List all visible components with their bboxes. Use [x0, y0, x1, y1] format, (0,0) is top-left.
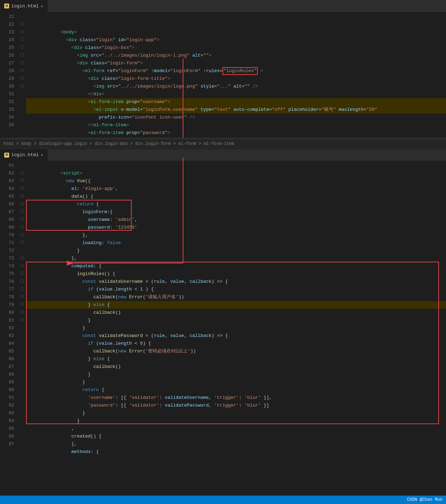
- code-line-95: created() {: [26, 425, 446, 433]
- status-bar-right: CSDN @Chen Mon: [407, 497, 442, 502]
- bottom-editor-pane: 61 62 63 64 65 66 67 68 69 70 71 72 73 7…: [0, 161, 446, 504]
- code-line-89: return {: [26, 378, 446, 386]
- bottom-code-area: 61 62 63 64 65 66 67 68 69 70 71 72 73 7…: [0, 161, 446, 448]
- breadcrumb: html > body > div#login-app.login > div.…: [4, 141, 234, 146]
- top-code-area: 21 22 23 24 25 26 27 28 29 30 31 32 33 3…: [0, 12, 446, 129]
- top-gutter: [18, 12, 26, 129]
- code-line-61: <script>: [26, 162, 446, 170]
- bottom-code-lines: <script> new Vue({ el: '#login-app', dat…: [26, 161, 446, 448]
- bottom-tab-icon: H: [4, 153, 9, 158]
- tab-icon: H: [4, 4, 9, 8]
- bottom-tab-close[interactable]: ✕: [41, 153, 43, 157]
- status-bar: CSDN @Chen Mon: [0, 496, 446, 504]
- top-tab[interactable]: H login.html ✕: [0, 0, 48, 12]
- top-tab-label: login.html: [11, 4, 39, 9]
- code-line-23: <div class="login" id="login-app">: [26, 28, 446, 36]
- code-line-22: <body>: [26, 21, 446, 28]
- code-line-62: new Vue({: [26, 170, 446, 177]
- code-line-21: [26, 13, 446, 21]
- breadcrumb-bar: html > body > div#login-app.login > div.…: [0, 139, 446, 149]
- bottom-gutter: [18, 161, 26, 448]
- top-tab-bar: H login.html ✕: [0, 0, 446, 12]
- code-line-82: const validatePassword = (rule, value, c…: [26, 324, 446, 332]
- top-tab-close[interactable]: ✕: [41, 4, 43, 8]
- bottom-line-numbers: 61 62 63 64 65 66 67 68 69 70 71 72 73 7…: [0, 161, 18, 448]
- top-line-numbers: 21 22 23 24 25 26 27 28 29 30 31 32 33 3…: [0, 12, 18, 129]
- bottom-tab[interactable]: H login.html ✕: [0, 149, 48, 161]
- top-code-lines: <body> <div class="login" id="login-app"…: [26, 12, 446, 129]
- code-line-93: }: [26, 409, 446, 417]
- top-editor-pane: 21 22 23 24 25 26 27 28 29 30 31 32 33 3…: [0, 12, 446, 139]
- code-line-97: methods: {: [26, 440, 446, 448]
- code-line-94: ,: [26, 417, 446, 425]
- code-line-72: },: [26, 247, 446, 255]
- bottom-tab-label: login.html: [11, 152, 39, 158]
- code-line-70: loading: false: [26, 231, 446, 239]
- code-line-73: computed: {: [26, 255, 446, 262]
- bottom-tab-bar: H login.html ✕: [0, 149, 446, 161]
